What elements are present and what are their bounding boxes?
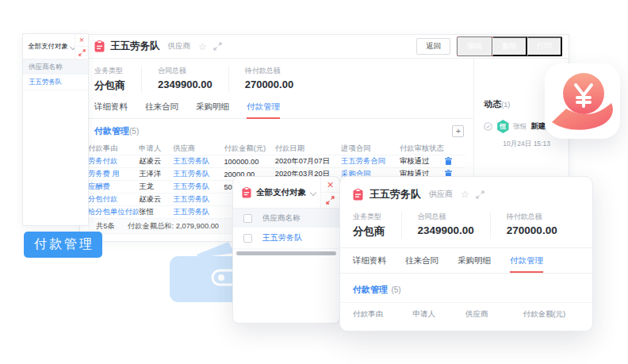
section-count: (5): [129, 127, 139, 136]
stat-pending-total: 待付款总额 270000.00: [245, 66, 309, 93]
hand-yen-icon: [545, 63, 620, 139]
applicant: 赵凌云: [139, 194, 173, 205]
amount: 100000.00: [224, 158, 274, 166]
list-column-header: 供应商名称: [23, 59, 88, 75]
table-row[interactable]: 劳务付款 赵凌云 王五劳务队 100000.00 2020年07月07日 王五劳…: [88, 155, 465, 168]
window-title: 王五劳务队: [370, 187, 421, 201]
payment-reason-link[interactable]: 应酬费: [88, 182, 139, 192]
supplier-link[interactable]: 王五劳务队: [173, 169, 224, 179]
stat-contract-total: 合同总额 2349900.00: [418, 212, 491, 239]
stat-value: 270000.00: [245, 79, 293, 90]
tab-detail-info[interactable]: 详细资料: [353, 255, 386, 266]
tab-payment-management[interactable]: 付款管理: [510, 255, 543, 266]
favorite-star-icon[interactable]: ☆: [198, 42, 207, 52]
table-header-row: 付款事由 申请人 供应商 付款金额(元): [340, 302, 592, 320]
applicant: 王龙: [139, 182, 173, 192]
action-button-group: 编辑 删除 打印: [457, 36, 562, 56]
share-icon[interactable]: [476, 190, 484, 199]
col-applicant: 申请人: [413, 309, 465, 320]
supplier-link[interactable]: 王五劳务队: [173, 207, 224, 217]
tab-purchase-detail[interactable]: 采购明细: [458, 255, 491, 266]
col-amount: 付款金额(元): [224, 144, 274, 154]
chevron-down-icon[interactable]: [71, 44, 75, 49]
favorite-star-icon[interactable]: ☆: [461, 190, 469, 199]
payment-feature-icon: [545, 63, 620, 139]
payment-reason-link[interactable]: 给分包单位付款: [88, 207, 139, 217]
clipboard-icon: [94, 40, 105, 52]
payee-list-window: 全部支付对象 × 供应商名称 王五劳务队: [232, 176, 340, 324]
clipboard-icon: [242, 187, 251, 198]
col-amount: 付款金额(元): [523, 309, 592, 320]
wallet-icon: [167, 240, 243, 305]
tab-contracts[interactable]: 往来合同: [145, 102, 178, 113]
page-title: 王五劳务队: [110, 40, 160, 53]
stat-label: 合同总额: [158, 66, 213, 76]
payee-list-panel: 全部支付对象 × 供应商名称 王五劳务队: [22, 33, 89, 226]
stat-value: 分包商: [94, 79, 125, 93]
col-status: 付款审核状态: [400, 144, 445, 154]
activity-timestamp: 10月24日 15:13: [503, 140, 569, 149]
horizontal-scrollbar[interactable]: [236, 251, 336, 255]
list-column-header: 供应商名称: [262, 213, 301, 224]
detail-tabs: 详细资料 往来合同 采购明细 付款管理: [340, 248, 592, 274]
col-supplier: 供应商: [173, 144, 224, 154]
tab-detail-info[interactable]: 详细资料: [94, 102, 128, 113]
tab-purchase-detail[interactable]: 采购明细: [196, 102, 229, 113]
stat-contract-total: 合同总额 2349900.00: [158, 66, 229, 93]
expand-icon[interactable]: [75, 47, 88, 59]
detail-tabs: 详细资料 往来合同 采购明细 付款管理: [80, 99, 473, 119]
stats-row: 业务类型 分包商 合同总额 2349900.00 待付款总额 270000.00: [80, 59, 473, 99]
close-icon[interactable]: ×: [75, 34, 88, 47]
stat-pending-total: 待付款总额 270000.00: [507, 212, 573, 239]
tab-payment-management[interactable]: 付款管理: [247, 102, 280, 113]
supplier-link[interactable]: 王五劳务队: [262, 232, 302, 243]
clipboard-icon: [353, 189, 363, 201]
payment-reason-link[interactable]: 劳务付款: [88, 156, 139, 167]
expand-icon[interactable]: [321, 193, 339, 208]
avatar: 恒: [496, 120, 509, 133]
col-applicant: 申请人: [139, 144, 173, 154]
close-icon[interactable]: ×: [321, 177, 339, 193]
delete-row-icon[interactable]: [445, 157, 452, 165]
supplier-link[interactable]: 王五劳务队: [173, 182, 224, 192]
stat-label: 待付款总额: [245, 66, 293, 76]
stat-business-type: 业务类型 分包商: [353, 212, 402, 239]
section-count: (5): [391, 285, 400, 294]
col-date: 付款日期: [275, 144, 341, 154]
activity-user: 张恒: [513, 122, 527, 132]
window-header: 王五劳务队 供应商 ☆ 返回 编辑 删除 打印: [80, 35, 569, 59]
supplier-link[interactable]: 王五劳务队: [173, 194, 224, 205]
print-button[interactable]: 打印: [527, 36, 562, 56]
share-icon[interactable]: [213, 42, 222, 51]
table-header-row: 付款事由 申请人 供应商 付款金额(元) 付款日期 进项合同 付款审核状态: [88, 142, 465, 155]
applicant: 赵凌云: [139, 156, 173, 167]
status: 审核通过: [400, 156, 445, 167]
list-item[interactable]: 王五劳务队: [23, 75, 88, 90]
section-title: 付款管理: [94, 125, 129, 137]
supplier-link[interactable]: 王五劳务队: [173, 156, 224, 167]
col-reason: 付款事由: [353, 309, 413, 320]
edit-button[interactable]: 编辑: [457, 36, 492, 56]
supplier-detail-popup: 王五劳务队 供应商 ☆ 业务类型 分包商 合同总额 2349900.00 待付款…: [339, 176, 593, 331]
tab-contracts[interactable]: 往来合同: [405, 255, 438, 266]
row-count: 共5条: [96, 221, 115, 232]
list-item[interactable]: 王五劳务队: [233, 228, 339, 249]
contract-link[interactable]: 王五劳务合同: [341, 156, 400, 167]
row-checkbox[interactable]: [243, 234, 252, 243]
page-subtitle: 供应商: [168, 41, 191, 52]
applicant: 王泽洋: [139, 169, 173, 179]
add-payment-button[interactable]: +: [452, 125, 464, 137]
col-supplier: 供应商: [465, 309, 523, 320]
section-title: 付款管理: [353, 285, 388, 294]
col-reason: 付款事由: [88, 144, 139, 154]
window-title: 全部支付对象: [256, 187, 306, 198]
check-circle-icon: [484, 122, 492, 131]
panel-title: 全部支付对象: [28, 42, 68, 52]
back-button[interactable]: 返回: [416, 38, 450, 55]
payment-reason-link[interactable]: 分包付款: [88, 194, 139, 205]
payment-reason-link[interactable]: 劳务费 用: [88, 169, 139, 179]
delete-button[interactable]: 删除: [492, 36, 527, 56]
applicant: 张恒: [139, 207, 173, 217]
select-all-checkbox[interactable]: [243, 214, 252, 223]
chevron-down-icon[interactable]: [311, 190, 316, 195]
